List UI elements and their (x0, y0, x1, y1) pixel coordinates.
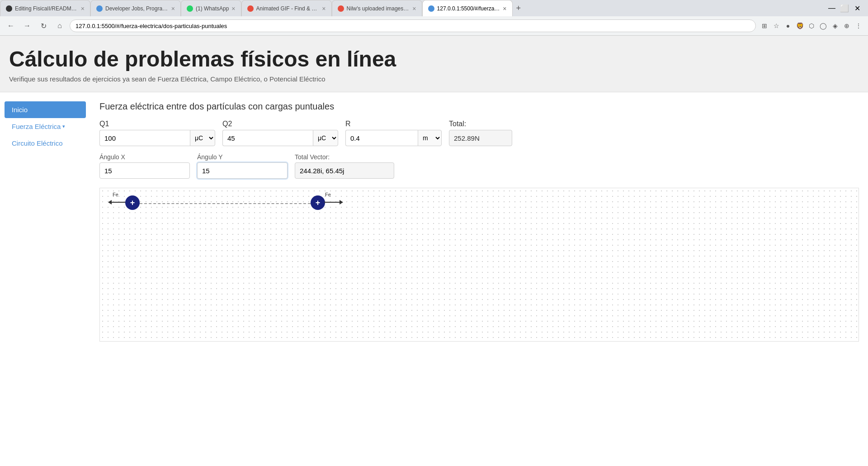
total-vector-label: Total Vector: (295, 153, 394, 161)
arrow-line-right (324, 202, 340, 203)
total-vector-input[interactable] (295, 162, 394, 179)
r-group: R m cm km (345, 120, 442, 146)
q1-label: Q1 (99, 120, 215, 128)
diagram-dots (100, 188, 859, 341)
angulo-x-label: Ángulo X (99, 153, 190, 161)
tab-2[interactable]: Developer Jobs, Programmin... × (90, 0, 181, 16)
tab5-icon (338, 5, 344, 12)
q2-group: Q2 μC mC C nC (222, 120, 338, 146)
q1-input[interactable] (99, 130, 190, 146)
angulo-x-group: Ángulo X (99, 153, 190, 179)
extension3-icon[interactable]: ◈ (830, 21, 840, 31)
content-area: Inicio Fuerza Eléctrica ▾ Circuito Eléct… (0, 92, 868, 342)
extension4-icon[interactable]: ⊕ (842, 21, 852, 31)
toolbar-icons: ⊞ ☆ ● 🦁 ⬡ ◯ ◈ ⊕ ⋮ (760, 21, 863, 31)
settings-icon[interactable]: ⋮ (854, 21, 863, 31)
tab4-label: Animated GIF - Find & Shar... (256, 5, 320, 12)
q2-input-with-select: μC mC C nC (222, 130, 338, 146)
bookmark-icon[interactable]: ☆ (771, 21, 781, 31)
arrow-line-left (112, 202, 127, 203)
total-vector-group: Total Vector: (295, 153, 394, 179)
sidebar-item-inicio[interactable]: Inicio (5, 101, 86, 118)
page-wrapper: Cálculo de problemas físicos en línea Ve… (0, 36, 868, 342)
tab2-icon (96, 5, 103, 12)
fe-label-right: Fe (325, 192, 331, 197)
browser-chrome: Editing FisicaII/README.md × Developer J… (0, 0, 868, 36)
forward-button[interactable]: → (21, 19, 33, 32)
particle-left-symbol: + (130, 198, 135, 208)
total-value: 252.89N (449, 130, 512, 146)
tab-5[interactable]: Nilw's uploaded images - Im... × (332, 0, 422, 16)
tab4-icon (247, 5, 254, 12)
q1-input-with-select: μC mC C nC (99, 130, 215, 146)
r-unit-select[interactable]: m cm km (418, 130, 442, 146)
new-tab-button[interactable]: + (513, 4, 525, 13)
q2-unit-select[interactable]: μC mC C nC (313, 130, 338, 146)
maximize-button[interactable]: ⬜ (839, 3, 850, 14)
extension2-icon[interactable]: ◯ (818, 21, 828, 31)
diagram-container: Fe + + Fe (99, 188, 859, 342)
tab-4[interactable]: Animated GIF - Find & Shar... × (241, 0, 332, 16)
dashed-line (140, 203, 311, 204)
sidebar: Inicio Fuerza Eléctrica ▾ Circuito Eléct… (0, 101, 90, 342)
back-button[interactable]: ← (5, 19, 17, 32)
second-inputs-row: Ángulo X Ángulo Y Total Vector: (99, 153, 859, 179)
particle-right-symbol: + (316, 198, 321, 208)
r-input[interactable] (345, 130, 418, 146)
tab6-icon (428, 5, 434, 12)
r-label: R (345, 120, 442, 128)
arrowhead-right (340, 200, 343, 204)
tab2-label: Developer Jobs, Programmin... (105, 5, 169, 12)
particle-right: + (311, 195, 325, 210)
total-group: Total: 252.89N (449, 120, 512, 146)
site-title: Cálculo de problemas físicos en línea (9, 47, 859, 71)
first-inputs-row: Q1 μC mC C nC Q2 (99, 120, 859, 146)
tab-3[interactable]: (1) WhatsApp × (181, 0, 241, 16)
translate-icon[interactable]: ⊞ (760, 21, 769, 31)
tab2-close[interactable]: × (171, 5, 175, 12)
total-label: Total: (449, 120, 512, 128)
tab5-label: Nilw's uploaded images - Im... (347, 5, 410, 12)
particle-left: + (125, 195, 140, 210)
tab4-close[interactable]: × (322, 5, 326, 12)
profile-icon[interactable]: ● (783, 21, 793, 31)
q1-group: Q1 μC mC C nC (99, 120, 215, 146)
sidebar-item-circuito[interactable]: Circuito Eléctrico (5, 135, 86, 152)
reload-button[interactable]: ↻ (37, 19, 50, 32)
tab-1[interactable]: Editing FisicaII/README.md × (0, 0, 90, 16)
site-header: Cálculo de problemas físicos en línea Ve… (0, 36, 868, 92)
tab3-close[interactable]: × (231, 5, 235, 12)
extension1-icon[interactable]: ⬡ (807, 21, 816, 31)
tab1-icon (6, 5, 12, 12)
arrowhead-left (108, 200, 112, 204)
q2-input[interactable] (222, 130, 313, 146)
brave-icon[interactable]: 🦁 (795, 21, 805, 31)
tab5-close[interactable]: × (412, 5, 416, 12)
site-subtitle: Verifique sus resultados de ejercicios y… (9, 75, 859, 83)
arrow-left (108, 200, 127, 204)
tab-6[interactable]: 127.0.0.1:5500/#/fuerza-elec... × (422, 0, 513, 16)
tab1-close[interactable]: × (81, 5, 85, 12)
close-button[interactable]: ✕ (852, 3, 863, 14)
home-button[interactable]: ⌂ (53, 19, 66, 32)
tab3-label: (1) WhatsApp (196, 5, 229, 12)
angulo-y-input[interactable] (197, 162, 288, 179)
dropdown-icon: ▾ (62, 124, 65, 129)
address-bar-row: ← → ↻ ⌂ ⊞ ☆ ● 🦁 ⬡ ◯ ◈ ⊕ ⋮ (0, 16, 868, 35)
main-panel: Fuerza eléctrica entre dos partículas co… (90, 101, 868, 342)
q2-label: Q2 (222, 120, 338, 128)
section-title: Fuerza eléctrica entre dos partículas co… (99, 101, 859, 112)
angulo-y-label: Ángulo Y (197, 153, 288, 161)
address-input[interactable] (70, 19, 756, 32)
angulo-y-group: Ángulo Y (197, 153, 288, 179)
r-input-with-select: m cm km (345, 130, 442, 146)
angulo-x-input[interactable] (99, 162, 190, 179)
tab6-close[interactable]: × (503, 5, 506, 12)
q1-unit-select[interactable]: μC mC C nC (190, 130, 215, 146)
sidebar-item-fuerza[interactable]: Fuerza Eléctrica ▾ (5, 118, 86, 135)
minimize-button[interactable]: — (826, 3, 837, 14)
tab1-label: Editing FisicaII/README.md (15, 5, 78, 12)
fe-label-left: Fe (113, 192, 118, 197)
arrow-right (324, 200, 343, 204)
tab3-icon (187, 5, 193, 12)
